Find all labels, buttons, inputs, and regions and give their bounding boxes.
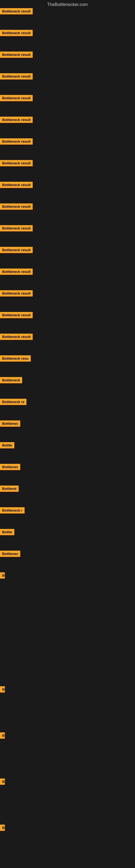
bottleneck-item-30[interactable]: B [0,778,5,786]
bottleneck-badge-9: Bottleneck result [0,182,33,188]
bottleneck-item-17[interactable]: Bottleneck resu [0,355,31,363]
bottleneck-item-29[interactable]: B [0,733,5,740]
bottleneck-item-31[interactable]: B [0,825,5,832]
bottleneck-item-22[interactable]: Bottlenec [0,464,20,471]
bottleneck-item-26[interactable]: Bottlenec [0,551,20,558]
bottleneck-badge-3: Bottleneck result [0,52,33,58]
bottleneck-badge-11: Bottleneck result [0,225,33,231]
bottleneck-item-24[interactable]: Bottleneck r [0,507,25,515]
bottleneck-badge-20: Bottlenec [0,421,20,427]
bottleneck-item-15[interactable]: Bottleneck result [0,312,33,319]
bottleneck-item-6[interactable]: Bottleneck result [0,117,33,124]
bottleneck-item-14[interactable]: Bottleneck result [0,290,33,298]
bottleneck-item-25[interactable]: Bottle [0,529,14,536]
bottleneck-item-19[interactable]: Bottleneck re [0,399,27,406]
bottleneck-item-16[interactable]: Bottleneck result [0,334,33,341]
bottleneck-badge-25: Bottle [0,529,14,535]
bottleneck-badge-4: Bottleneck result [0,73,33,80]
bottleneck-item-1[interactable]: Bottleneck result [0,8,33,16]
bottleneck-item-18[interactable]: Bottleneck [0,377,22,384]
bottleneck-badge-5: Bottleneck result [0,95,33,101]
bottleneck-badge-8: Bottleneck result [0,160,33,166]
bottleneck-item-10[interactable]: Bottleneck result [0,204,33,211]
bottleneck-item-27[interactable]: B [0,572,5,580]
bottleneck-item-13[interactable]: Bottleneck result [0,269,33,276]
bottleneck-item-4[interactable]: Bottleneck result [0,73,33,81]
bottleneck-item-12[interactable]: Bottleneck result [0,247,33,254]
bottleneck-badge-10: Bottleneck result [0,204,33,210]
bottleneck-badge-31: B [0,825,5,831]
bottleneck-badge-29: B [0,733,5,739]
bottleneck-badge-21: Bottle [0,442,14,448]
bottleneck-badge-27: B [0,572,5,579]
bottleneck-item-28[interactable]: B [0,686,5,693]
bottleneck-item-23[interactable]: Bottlend [0,486,18,493]
bottleneck-badge-30: B [0,778,5,785]
bottleneck-badge-16: Bottleneck result [0,334,33,340]
bottleneck-badge-22: Bottlenec [0,464,20,470]
bottleneck-badge-1: Bottleneck result [0,8,33,14]
bottleneck-badge-28: B [0,686,5,692]
bottleneck-badge-18: Bottleneck [0,377,22,383]
bottleneck-item-5[interactable]: Bottleneck result [0,95,33,102]
bottleneck-badge-6: Bottleneck result [0,117,33,123]
bottleneck-item-7[interactable]: Bottleneck result [0,138,33,146]
bottleneck-item-2[interactable]: Bottleneck result [0,30,33,37]
bottleneck-item-11[interactable]: Bottleneck result [0,225,33,232]
bottleneck-item-21[interactable]: Bottle [0,442,14,450]
bottleneck-badge-13: Bottleneck result [0,269,33,275]
bottleneck-badge-12: Bottleneck result [0,247,33,253]
bottleneck-item-8[interactable]: Bottleneck result [0,160,33,167]
bottleneck-badge-7: Bottleneck result [0,138,33,145]
bottleneck-badge-19: Bottleneck re [0,399,27,405]
bottleneck-badge-26: Bottlenec [0,551,20,557]
bottleneck-item-9[interactable]: Bottleneck result [0,182,33,189]
bottleneck-item-3[interactable]: Bottleneck result [0,52,33,59]
bottleneck-badge-14: Bottleneck result [0,290,33,297]
bottleneck-badge-24: Bottleneck r [0,507,25,514]
bottleneck-badge-17: Bottleneck resu [0,355,31,362]
bottleneck-item-20[interactable]: Bottlenec [0,421,20,428]
bottleneck-badge-15: Bottleneck result [0,312,33,318]
bottleneck-badge-23: Bottlend [0,486,18,492]
bottleneck-badge-2: Bottleneck result [0,30,33,36]
